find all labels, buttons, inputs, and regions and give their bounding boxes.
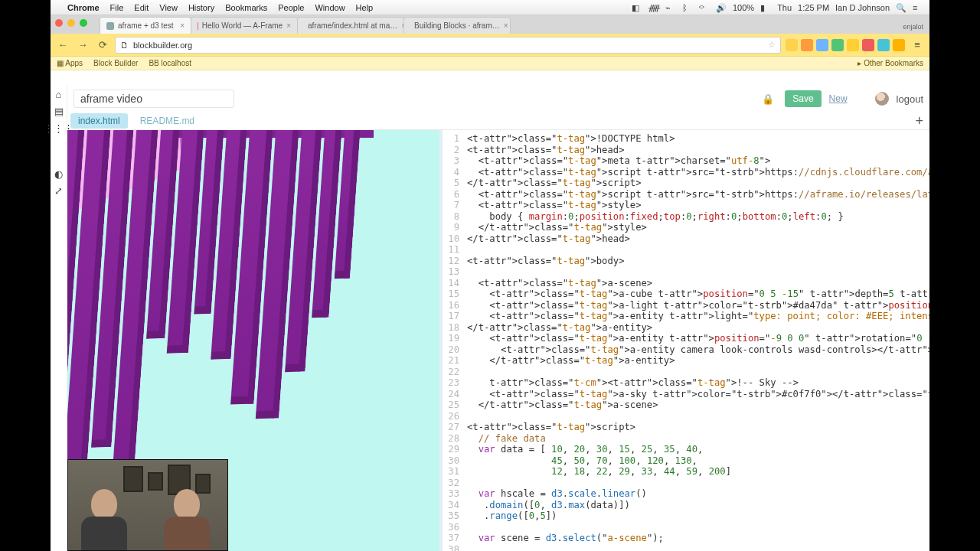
preview-pane[interactable] [67, 130, 443, 551]
tab-close-icon[interactable]: × [504, 21, 508, 30]
url-text: blockbuilder.org [133, 41, 192, 50]
fill-icon[interactable]: ◐ [54, 168, 64, 179]
extension-icon[interactable] [816, 39, 828, 51]
menu-history[interactable]: History [188, 3, 214, 12]
code-content[interactable]: <t-attr">class="t-tag">!DOCTYPE html><t-… [467, 133, 926, 551]
blockbuilder-app: ⌂ ▤ ⋮⋮⋮ ◐ ⤢ aframe video 🔒 Save New logo… [51, 86, 929, 551]
menubar-app-name[interactable]: Chrome [67, 3, 100, 12]
page-info-icon[interactable]: 🗋 [120, 41, 129, 50]
browser-tab[interactable]: Hello World — A-Frame × [191, 17, 298, 34]
browser-tab[interactable]: aframe/index.html at ma… × [297, 17, 404, 34]
webcam-person [77, 489, 131, 550]
extension-icon[interactable] [786, 39, 798, 51]
extension-icon[interactable] [831, 39, 844, 51]
file-tab-index[interactable]: index.html [70, 113, 128, 129]
menubar-extra-icon[interactable]: ⌁ [665, 3, 676, 12]
browser-tabstrip: aframe + d3 test × Hello World — A-Frame… [51, 15, 929, 34]
window-controls [55, 19, 87, 27]
extension-icon[interactable] [801, 39, 813, 51]
bookmark-star-icon[interactable]: ☆ [768, 40, 776, 50]
nav-forward-button[interactable]: → [75, 37, 90, 53]
logout-link[interactable]: logout [897, 93, 923, 105]
apps-shortcut[interactable]: ▦ Apps [57, 59, 83, 67]
battery-percent[interactable]: 100% [733, 3, 754, 12]
webcam-overlay [67, 459, 228, 551]
window-zoom-button[interactable] [80, 19, 87, 27]
extension-icons [786, 39, 905, 51]
private-lock-icon[interactable]: 🔒 [762, 93, 774, 105]
tab-favicon-icon [198, 22, 198, 30]
gist-title-text: aframe video [80, 93, 142, 105]
browser-toolbar: ← → ⟳ 🗋 blockbuilder.org ☆ ≡ [51, 34, 929, 57]
wifi-icon[interactable]: ⌔ [699, 3, 710, 12]
browser-tab[interactable]: Building Blocks · afram… × [403, 17, 511, 34]
nav-back-button[interactable]: ← [55, 37, 70, 53]
picture-frame-icon [123, 466, 143, 492]
bluetooth-icon[interactable]: ᛒ [682, 3, 693, 12]
notifications-icon[interactable]: ≡ [913, 3, 923, 12]
menubar-status-area: ◧ ᚏ ⌁ ᛒ ⌔ 🔊 100% ▮ Thu 1:25 PM Ian D Joh… [632, 3, 923, 12]
browser-window: aframe + d3 test × Hello World — A-Frame… [51, 15, 929, 551]
spotlight-icon[interactable]: 🔍 [896, 3, 906, 12]
browser-tab[interactable]: aframe + d3 test × [100, 17, 191, 34]
menu-edit[interactable]: Edit [134, 3, 149, 12]
mac-menubar: Chrome File Edit View History Bookmarks … [51, 0, 929, 15]
tab-title: aframe + d3 test [118, 21, 174, 30]
extension-icon[interactable] [847, 39, 859, 51]
nav-reload-button[interactable]: ⟳ [95, 37, 110, 53]
window-close-button[interactable] [55, 19, 63, 27]
user-avatar-icon[interactable] [875, 92, 889, 106]
bookmark-item[interactable]: BB localhost [149, 59, 191, 67]
address-bar[interactable]: 🗋 blockbuilder.org ☆ [115, 37, 781, 54]
menubar-extra-icon[interactable]: ᚏ [648, 3, 659, 12]
bookmarks-bar: ▦ Apps Block Builder BB localhost ▸ Othe… [51, 57, 929, 70]
tab-title: Hello World — A-Frame [202, 21, 283, 30]
file-tab-readme[interactable]: README.md [132, 113, 202, 129]
extension-icon[interactable] [877, 39, 890, 51]
code-editor[interactable]: 1234567891011121314151617181920212223242… [443, 130, 929, 551]
menubar-user[interactable]: Ian D Johnson [835, 3, 890, 12]
menubar-extra-icon[interactable]: ◧ [632, 3, 642, 12]
volume-icon[interactable]: 🔊 [716, 3, 727, 12]
webcam-person [160, 489, 214, 550]
picture-frame-icon [148, 472, 163, 491]
bookmark-item[interactable]: Block Builder [93, 59, 138, 67]
menubar-time[interactable]: 1:25 PM [798, 3, 829, 12]
fullscreen-icon[interactable]: ⤢ [54, 185, 64, 196]
menu-view[interactable]: View [159, 3, 178, 12]
gist-title-input[interactable]: aframe video [74, 90, 234, 108]
tab-title: Building Blocks · afram… [414, 21, 500, 30]
menu-file[interactable]: File [110, 3, 124, 12]
file-tab-bar: index.html README.md [67, 112, 929, 130]
workspace: 1234567891011121314151617181920212223242… [67, 130, 929, 551]
add-file-button[interactable]: + [915, 113, 923, 129]
menu-help[interactable]: Help [356, 3, 374, 12]
tab-favicon-icon [106, 22, 114, 30]
save-button[interactable]: Save [785, 90, 821, 107]
menu-people[interactable]: People [278, 3, 304, 12]
tab-close-icon[interactable]: × [180, 21, 185, 30]
app-header: aframe video 🔒 Save New logout [67, 86, 929, 112]
grid-icon[interactable]: ⋮⋮⋮ [54, 122, 64, 133]
home-icon[interactable]: ⌂ [54, 89, 64, 99]
menu-window[interactable]: Window [315, 3, 345, 12]
new-link[interactable]: New [829, 93, 848, 104]
menu-bookmarks[interactable]: Bookmarks [225, 3, 267, 12]
chrome-menu-button[interactable]: ≡ [910, 37, 925, 53]
extension-icon[interactable] [893, 39, 905, 51]
extension-icon[interactable] [862, 39, 874, 51]
sidebyside-icon[interactable]: ▤ [54, 106, 64, 116]
menubar-day[interactable]: Thu [777, 3, 792, 12]
tab-title: aframe/index.html at ma… [308, 21, 397, 30]
profile-badge[interactable]: enjalot [903, 23, 923, 31]
tab-close-icon[interactable]: × [286, 21, 291, 30]
left-tool-rail: ⌂ ▤ ⋮⋮⋮ ◐ ⤢ [51, 86, 67, 551]
line-gutter: 1234567891011121314151617181920212223242… [443, 133, 464, 551]
battery-icon[interactable]: ▮ [760, 3, 771, 12]
window-minimize-button[interactable] [67, 19, 75, 27]
other-bookmarks[interactable]: ▸ Other Bookmarks [858, 59, 923, 67]
